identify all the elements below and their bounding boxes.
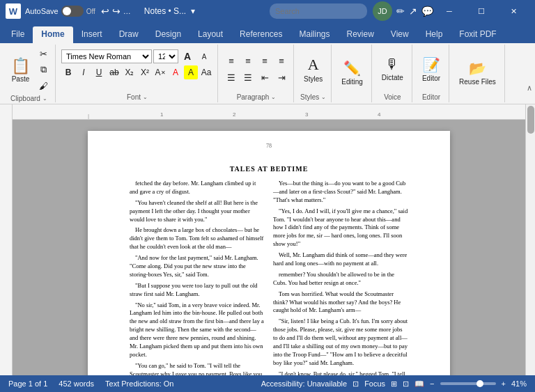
- tab-draw[interactable]: Draw: [111, 26, 147, 43]
- font-color-button[interactable]: A: [169, 65, 183, 79]
- scroll-thumb[interactable]: [527, 106, 534, 134]
- comment-icon[interactable]: 💬: [421, 6, 433, 17]
- web-layout-button[interactable]: ⊡: [403, 379, 409, 389]
- tab-file[interactable]: File: [3, 26, 33, 43]
- align-right-button[interactable]: ≡: [257, 53, 272, 68]
- clear-format-button[interactable]: A✕: [153, 65, 167, 79]
- col2-p6: "Sir, listen! I like being a Cub. It's f…: [273, 317, 408, 367]
- copy-button[interactable]: ⧉: [36, 62, 51, 77]
- font-name-row: Times New Roman 12 A A: [61, 49, 212, 64]
- close-button[interactable]: ✕: [497, 0, 529, 22]
- tab-review[interactable]: Review: [339, 26, 382, 43]
- font-expand-icon[interactable]: ⌄: [143, 94, 148, 100]
- status-right: Accessibility: Unavailable ⊡ Focus ⊞ ⊡ 📖…: [261, 379, 527, 389]
- clipboard-expand-icon[interactable]: ⌄: [42, 95, 47, 102]
- tab-layout[interactable]: Layout: [189, 26, 231, 43]
- tab-help[interactable]: Help: [417, 26, 451, 43]
- word-count: 452 words: [59, 379, 94, 388]
- col1-p3: He brought down a large box of chocolate…: [130, 226, 265, 251]
- document-page[interactable]: 78 TALES AT BEDTIME fetched the day befo…: [88, 131, 450, 375]
- paragraph-expand-icon[interactable]: ⌄: [271, 94, 276, 100]
- zoom-slider[interactable]: [440, 382, 496, 385]
- tab-insert[interactable]: Insert: [73, 26, 111, 43]
- underline-button[interactable]: U: [92, 65, 106, 79]
- tab-home[interactable]: Home: [33, 26, 72, 43]
- font-group: Times New Roman 12 A A B I U ab X₂ X² A✕…: [57, 45, 218, 102]
- superscript-button[interactable]: X²: [138, 65, 152, 79]
- title-dropdown-icon[interactable]: ▾: [191, 6, 195, 16]
- reuse-files-button[interactable]: 📂 Reuse Files: [455, 51, 500, 95]
- subscript-button[interactable]: X₂: [123, 65, 137, 79]
- justify-button[interactable]: ≡: [274, 53, 289, 68]
- tab-references[interactable]: References: [231, 26, 290, 43]
- clipboard-group-label: Clipboard ⌄: [10, 95, 47, 102]
- scrollbar[interactable]: [525, 104, 535, 375]
- zoom-plus-button[interactable]: +: [502, 379, 506, 388]
- reuse-files-group: 📂 Reuse Files: [451, 45, 505, 102]
- text-predictions[interactable]: Text Predictions: On: [105, 379, 173, 388]
- titlebar-right-icons: JD ✏ ↗ 💬: [373, 1, 433, 21]
- font-size-select[interactable]: 12: [153, 49, 178, 63]
- focus-label[interactable]: Focus: [364, 379, 385, 388]
- undo-button[interactable]: ↩: [101, 6, 109, 17]
- editor-group: 📝 Editor Editor: [414, 45, 449, 102]
- window-controls: ─ ☐ ✕: [433, 0, 529, 22]
- paste-button[interactable]: 📋 Paste: [7, 46, 34, 93]
- zoom-minus-button[interactable]: −: [430, 379, 434, 388]
- cut-button[interactable]: ✂: [36, 46, 51, 61]
- styles-content: A Styles: [300, 46, 327, 92]
- editing-label: Editing: [341, 78, 363, 86]
- font-group-label: Font ⌄: [127, 93, 148, 101]
- editing-icon: ✏️: [343, 60, 361, 77]
- change-case-button[interactable]: Aa: [199, 65, 213, 79]
- tab-view[interactable]: View: [382, 26, 417, 43]
- share-icon[interactable]: ↗: [409, 6, 417, 17]
- more-commands-button[interactable]: …: [123, 7, 131, 15]
- autosave-toggle[interactable]: [61, 6, 84, 17]
- bold-button[interactable]: B: [61, 65, 75, 79]
- increase-font-size-button[interactable]: A: [180, 49, 195, 64]
- word-logo-icon: W: [6, 3, 21, 19]
- profile-avatar[interactable]: JD: [373, 1, 392, 21]
- ribbon-tabs: File Home Insert Draw Design Layout Refe…: [0, 22, 535, 43]
- bullet-list-button[interactable]: ☰: [224, 70, 239, 85]
- col1-p2: "You haven't cleaned the shelf at all! B…: [130, 199, 265, 224]
- restore-button[interactable]: ☐: [465, 0, 497, 22]
- font-name-select[interactable]: Times New Roman: [61, 49, 152, 63]
- reuse-files-icon: 📂: [469, 60, 486, 77]
- accessibility-status[interactable]: Accessibility: Unavailable: [261, 379, 348, 388]
- indent-increase-button[interactable]: ⇥: [274, 70, 289, 85]
- minimize-button[interactable]: ─: [433, 0, 465, 22]
- focus-icon[interactable]: ⊡: [352, 379, 359, 389]
- indent-decrease-button[interactable]: ⇤: [257, 70, 272, 85]
- format-painter-button[interactable]: 🖌: [36, 78, 51, 93]
- styles-expand-icon[interactable]: ⌄: [321, 94, 326, 100]
- read-mode-button[interactable]: 📖: [414, 379, 424, 389]
- styles-label: Styles: [304, 75, 323, 83]
- align-left-button[interactable]: ≡: [224, 53, 239, 68]
- tab-mailings[interactable]: Mailings: [290, 26, 338, 43]
- editor-content: 📝 Editor: [418, 46, 444, 92]
- col1-p7: "You can go," he said to Tom. "I will te…: [130, 362, 265, 375]
- editing-group: ✏️ Editing: [333, 45, 372, 102]
- align-center-button[interactable]: ≡: [240, 53, 256, 68]
- editor-button[interactable]: 📝 Editor: [418, 47, 444, 91]
- decrease-font-size-button[interactable]: A: [196, 49, 212, 64]
- styles-button[interactable]: A Styles: [300, 47, 327, 91]
- strikethrough-button[interactable]: ab: [107, 65, 121, 79]
- dictate-button[interactable]: 🎙 Dictate: [378, 47, 408, 91]
- tab-design[interactable]: Design: [147, 26, 189, 43]
- ribbon-collapse-button[interactable]: ∧: [527, 84, 532, 93]
- col1-p5: "But I suppose you were too lazy to pull…: [130, 282, 265, 299]
- print-layout-button[interactable]: ⊞: [391, 379, 397, 389]
- italic-button[interactable]: I: [77, 65, 91, 79]
- redo-button[interactable]: ↪: [112, 6, 121, 17]
- highlight-button[interactable]: A: [184, 65, 198, 79]
- numbered-list-button[interactable]: ☰: [240, 70, 256, 85]
- editing-button[interactable]: ✏️ Editing: [337, 51, 367, 95]
- reuse-content: 📂 Reuse Files: [455, 46, 500, 100]
- pen-icon[interactable]: ✏: [396, 6, 405, 17]
- zoom-percent: 41%: [511, 379, 527, 388]
- tab-foxit[interactable]: Foxit PDF: [451, 26, 504, 43]
- search-input[interactable]: [270, 3, 367, 19]
